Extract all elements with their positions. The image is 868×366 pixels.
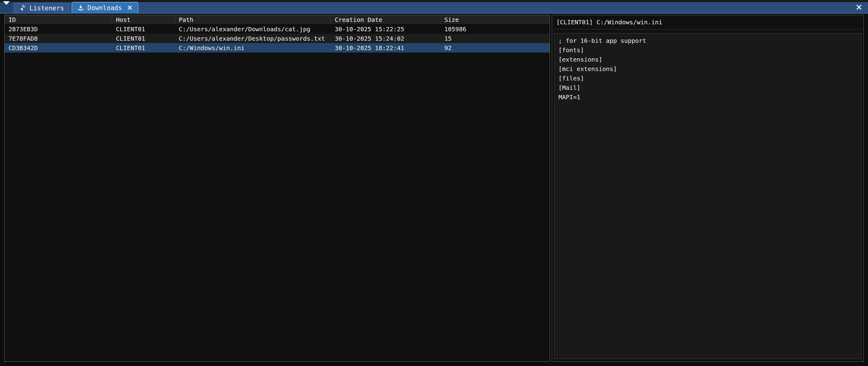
cell-host: CLIENT01 [112, 24, 175, 34]
tab-listeners-label: Listeners [29, 5, 64, 12]
cell-creation-date: 30-10-2025 18:22:41 [331, 43, 440, 53]
file-content-line: [extensions] [558, 55, 857, 64]
column-header-id[interactable]: ID [5, 15, 112, 24]
cell-path: C:/Users/alexander/Downloads/cat.jpg [175, 24, 331, 34]
cell-host: CLIENT01 [112, 34, 175, 43]
table-header-row: ID Host Path Creation Date Size [5, 15, 550, 24]
column-header-path[interactable]: Path [175, 15, 331, 24]
panel-close-icon[interactable]: ✕ [856, 3, 863, 12]
file-content-line: [fonts] [558, 45, 857, 55]
filter-collapse-icon [3, 5, 10, 11]
cell-id: 2B73EB3D [5, 24, 112, 34]
cell-size: 15 [440, 34, 550, 43]
cell-creation-date: 30-10-2025 15:22:25 [331, 24, 440, 34]
cell-id: CD3B342D [5, 43, 112, 53]
table-row[interactable]: 2B73EB3D CLIENT01 C:/Users/alexander/Dow… [5, 24, 550, 34]
cell-id: 7E78FAD8 [5, 34, 112, 43]
file-viewer-title: [CLIENT01] C:/Windows/win.ini [552, 15, 863, 29]
file-content-line: MAPI=1 [558, 93, 857, 102]
file-content-line: ; for 16-bit app support [558, 36, 857, 45]
column-header-size[interactable]: Size [440, 15, 550, 24]
download-icon [77, 4, 84, 11]
tab-downloads[interactable]: Downloads ✕ [72, 2, 138, 13]
tab-downloads-label: Downloads [87, 4, 122, 11]
cell-host: CLIENT01 [112, 43, 175, 53]
viewer-separator [554, 29, 862, 29]
file-content-line: [Mail] [558, 83, 857, 93]
cell-size: 92 [440, 43, 550, 53]
file-content-view[interactable]: ; for 16-bit app support [fonts] [extens… [554, 33, 861, 359]
satellite-dish-icon [19, 5, 26, 12]
downloads-table: ID Host Path Creation Date Size 2B73EB3D… [4, 15, 550, 362]
column-header-creation-date[interactable]: Creation Date [331, 15, 440, 24]
cell-path: C:/Windows/win.ini [175, 43, 331, 53]
cell-creation-date: 30-10-2025 15:24:02 [331, 34, 440, 43]
table-row-selected[interactable]: CD3B342D CLIENT01 C:/Windows/win.ini 30-… [5, 43, 550, 53]
column-header-host[interactable]: Host [112, 15, 175, 24]
tab-listeners[interactable]: Listeners [14, 3, 69, 13]
file-viewer-panel: [CLIENT01] C:/Windows/win.ini ; for 16-b… [552, 15, 864, 362]
tab-menu-button[interactable] [0, 2, 13, 13]
file-content-line: [files] [558, 74, 857, 83]
tab-close-icon[interactable]: ✕ [127, 4, 133, 11]
tab-bar: Listeners Downloads ✕ ✕ [0, 2, 868, 14]
cell-size: 105986 [440, 24, 550, 34]
table-row[interactable]: 7E78FAD8 CLIENT01 C:/Users/alexander/Des… [5, 34, 550, 43]
cell-path: C:/Users/alexander/Desktop/passwords.txt [175, 34, 331, 43]
file-content-line: [mci extensions] [558, 64, 857, 74]
